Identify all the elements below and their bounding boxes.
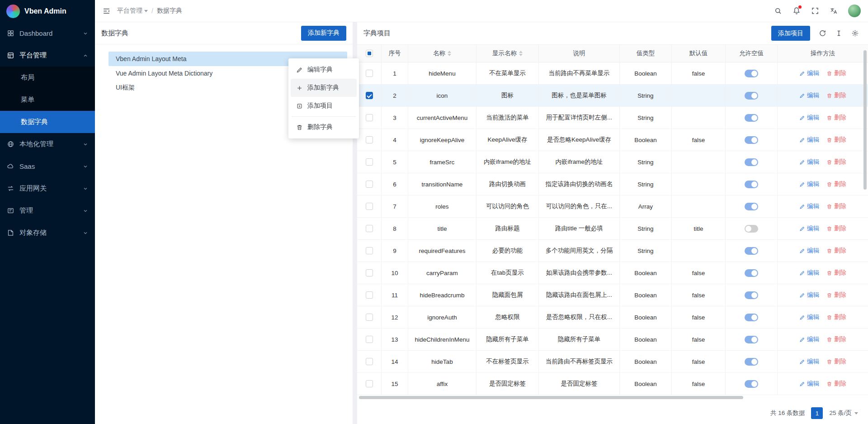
user-avatar[interactable] (848, 5, 861, 17)
allow-empty-toggle[interactable] (745, 158, 758, 166)
delete-button[interactable]: 删除 (826, 247, 846, 255)
delete-button[interactable]: 删除 (826, 158, 846, 166)
allow-empty-toggle[interactable] (745, 380, 758, 388)
row-checkbox[interactable] (366, 203, 373, 210)
delete-button[interactable]: 删除 (826, 91, 846, 100)
context-menu-add-dictionary[interactable]: 添加新字典 (291, 79, 357, 97)
context-menu-delete-dictionary[interactable]: 删除字典 (291, 118, 357, 136)
delete-button[interactable]: 删除 (826, 224, 846, 233)
allow-empty-toggle[interactable] (745, 336, 758, 343)
delete-button[interactable]: 删除 (826, 357, 846, 366)
logo[interactable]: Vben Admin (0, 0, 95, 22)
edit-button[interactable]: 编辑 (799, 91, 819, 100)
edit-button[interactable]: 编辑 (799, 69, 819, 77)
allow-empty-toggle[interactable] (745, 225, 758, 233)
search-button[interactable] (774, 7, 782, 15)
allow-empty-toggle[interactable] (745, 358, 758, 366)
sidebar-item-platform[interactable]: 平台管理 (0, 44, 95, 67)
delete-button[interactable]: 删除 (826, 202, 846, 210)
sort-icon[interactable] (519, 51, 523, 56)
edit-button[interactable]: 编辑 (799, 335, 819, 343)
edit-icon (799, 115, 805, 121)
edit-button[interactable]: 编辑 (799, 202, 819, 210)
refresh-button[interactable] (819, 29, 826, 37)
column-header-display-name[interactable]: 显示名称 (476, 45, 539, 62)
row-checkbox[interactable] (366, 269, 373, 276)
row-checkbox[interactable] (366, 181, 373, 188)
row-checkbox[interactable] (366, 314, 373, 321)
sidebar-item-gateway[interactable]: 应用网关 (0, 177, 95, 200)
edit-button[interactable]: 编辑 (799, 158, 819, 166)
settings-button[interactable] (851, 29, 859, 37)
edit-button[interactable]: 编辑 (799, 380, 819, 388)
row-default-value: false (672, 284, 726, 306)
row-checkbox[interactable] (366, 380, 373, 387)
page-size-select[interactable]: 25 条/页 (829, 409, 858, 417)
delete-button[interactable]: 删除 (826, 269, 846, 277)
row-checkbox[interactable] (366, 70, 373, 77)
delete-button[interactable]: 删除 (826, 69, 846, 77)
pagination-page-1[interactable]: 1 (811, 407, 823, 419)
edit-button[interactable]: 编辑 (799, 269, 819, 277)
row-checkbox-cell (357, 129, 382, 151)
notifications-button[interactable] (793, 7, 801, 15)
horizontal-scrollbar-thumb[interactable] (359, 396, 743, 399)
delete-button[interactable]: 删除 (826, 380, 846, 388)
sidebar-item-dashboard[interactable]: Dashboard (0, 22, 95, 44)
delete-button[interactable]: 删除 (826, 335, 846, 343)
allow-empty-toggle[interactable] (745, 269, 758, 277)
delete-button[interactable]: 删除 (826, 114, 846, 122)
edit-button[interactable]: 编辑 (799, 114, 819, 122)
row-checkbox[interactable] (366, 92, 373, 99)
allow-empty-toggle[interactable] (745, 314, 758, 321)
row-checkbox[interactable] (366, 158, 373, 166)
allow-empty-toggle[interactable] (745, 70, 758, 77)
delete-button[interactable]: 删除 (826, 291, 846, 299)
edit-button[interactable]: 编辑 (799, 224, 819, 233)
select-all-checkbox[interactable] (366, 50, 373, 57)
allow-empty-toggle[interactable] (745, 92, 758, 100)
fullscreen-button[interactable] (811, 7, 819, 15)
column-header-name[interactable]: 名称 (408, 45, 476, 62)
edit-button[interactable]: 编辑 (799, 313, 819, 321)
delete-button[interactable]: 删除 (826, 313, 846, 321)
sidebar-fold-button[interactable] (102, 7, 111, 15)
row-checkbox[interactable] (366, 136, 373, 143)
row-checkbox[interactable] (366, 225, 373, 232)
edit-button[interactable]: 编辑 (799, 136, 819, 144)
sidebar-item-localization[interactable]: 本地化管理 (0, 133, 95, 155)
vertical-scrollbar-thumb[interactable] (863, 50, 867, 190)
allow-empty-toggle[interactable] (745, 291, 758, 299)
delete-button[interactable]: 删除 (826, 180, 846, 188)
context-menu-add-item[interactable]: 添加项目 (291, 97, 357, 115)
sort-icon[interactable] (448, 51, 451, 56)
sidebar-item-saas[interactable]: Saas (0, 155, 95, 177)
sidebar-item-object-storage[interactable]: 对象存储 (0, 222, 95, 244)
row-checkbox[interactable] (366, 247, 373, 254)
row-checkbox[interactable] (366, 336, 373, 343)
edit-button[interactable]: 编辑 (799, 247, 819, 255)
allow-empty-toggle[interactable] (745, 114, 758, 122)
row-checkbox[interactable] (366, 114, 373, 121)
edit-button[interactable]: 编辑 (799, 291, 819, 299)
delete-button[interactable]: 删除 (826, 136, 846, 144)
allow-empty-toggle[interactable] (745, 203, 758, 210)
add-item-button[interactable]: 添加项目 (771, 26, 810, 41)
allow-empty-toggle[interactable] (745, 136, 758, 144)
allow-empty-toggle[interactable] (745, 247, 758, 255)
sidebar-item-manage[interactable]: 管理 (0, 200, 95, 222)
column-height-button[interactable] (835, 29, 843, 37)
row-checkbox-cell (357, 351, 382, 372)
sidebar-item-layout[interactable]: 布局 (0, 67, 95, 89)
edit-button[interactable]: 编辑 (799, 357, 819, 366)
edit-button[interactable]: 编辑 (799, 180, 819, 188)
sidebar-item-menu[interactable]: 菜单 (0, 89, 95, 111)
breadcrumb-section[interactable]: 平台管理 (117, 7, 148, 15)
sidebar-item-data-dictionary[interactable]: 数据字典 (0, 111, 95, 133)
context-menu-edit-dictionary[interactable]: 编辑字典 (291, 61, 357, 79)
allow-empty-toggle[interactable] (745, 181, 758, 188)
add-dictionary-button[interactable]: 添加新字典 (301, 26, 346, 41)
row-checkbox[interactable] (366, 358, 373, 365)
translate-button[interactable] (830, 7, 838, 15)
row-checkbox[interactable] (366, 291, 373, 299)
